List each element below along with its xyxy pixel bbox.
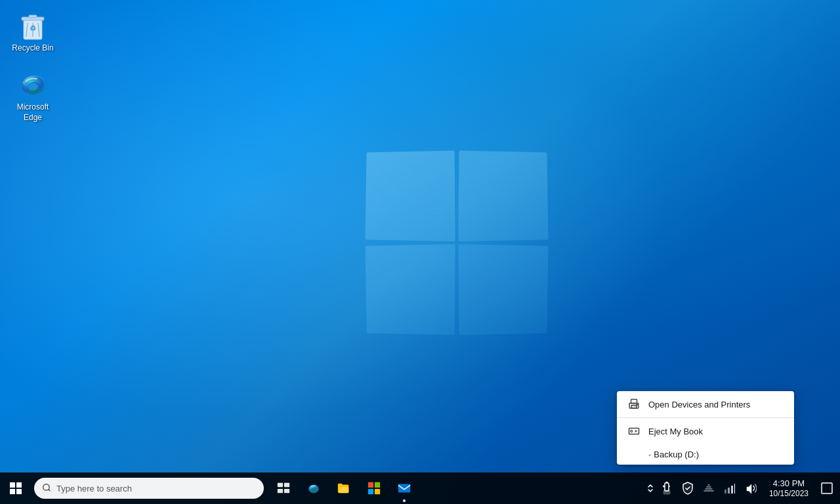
svg-rect-2	[29, 15, 37, 18]
system-tray: 4:30 PM 10/15/2023	[644, 472, 840, 504]
svg-rect-36	[724, 490, 726, 494]
eject-mybook-label: Eject My Book	[648, 427, 703, 436]
svg-rect-11	[631, 406, 637, 409]
svg-rect-39	[734, 484, 735, 494]
tray-expand-button[interactable]	[644, 472, 656, 504]
tray-security-icon[interactable]	[677, 472, 698, 504]
taskbar-mail-button[interactable]	[390, 472, 419, 504]
clock-time: 4:30 PM	[773, 478, 805, 489]
taskbar-edge-button[interactable]	[299, 472, 328, 504]
start-button[interactable]	[0, 472, 32, 504]
svg-rect-10	[631, 400, 637, 404]
svg-rect-27	[375, 489, 380, 494]
printer-icon	[627, 398, 640, 411]
device-popup: Open Devices and Printers Eject My Book …	[617, 391, 794, 465]
search-bar[interactable]: Type here to search	[34, 478, 264, 499]
clock-area[interactable]: 4:30 PM 10/15/2023	[761, 472, 816, 504]
taskbar-icons	[269, 472, 419, 504]
ms-edge-icon[interactable]: Microsoft Edge	[7, 66, 59, 125]
svg-rect-28	[398, 484, 410, 493]
svg-point-16	[43, 484, 49, 490]
svg-rect-14	[635, 430, 637, 432]
mail-active-indicator	[403, 499, 406, 502]
tray-network-icon[interactable]	[719, 472, 740, 504]
svg-rect-40	[822, 483, 832, 494]
svg-rect-18	[284, 483, 289, 487]
svg-rect-23	[339, 487, 349, 493]
svg-rect-17	[278, 483, 283, 487]
desktop: ♻ Recycle Bin	[0, 0, 840, 504]
svg-rect-24	[368, 482, 373, 488]
svg-rect-32	[665, 482, 667, 483]
ms-edge-label: Microsoft Edge	[9, 102, 56, 123]
drive-icon	[627, 425, 640, 438]
notification-button[interactable]	[816, 472, 837, 504]
search-icon	[42, 483, 51, 494]
eject-mybook-item[interactable]: Eject My Book	[617, 418, 794, 444]
tray-mute-icon[interactable]	[698, 472, 719, 504]
svg-rect-38	[731, 486, 733, 494]
task-view-button[interactable]	[269, 472, 298, 504]
svg-rect-19	[278, 489, 283, 493]
svg-point-9	[28, 83, 38, 91]
backup-d-item[interactable]: Backup (D:)	[617, 444, 794, 465]
svg-point-12	[637, 404, 638, 406]
backup-d-label: Backup (D:)	[654, 450, 699, 459]
svg-rect-30	[663, 490, 670, 494]
ms-edge-image	[17, 68, 49, 100]
search-placeholder: Type here to search	[56, 484, 256, 494]
tray-volume-icon[interactable]	[740, 472, 761, 504]
svg-text:♻: ♻	[30, 24, 36, 32]
open-devices-label: Open Devices and Printers	[648, 400, 750, 410]
taskbar-ms-store-button[interactable]	[360, 472, 388, 504]
svg-rect-29	[665, 483, 669, 491]
recycle-bin-label: Recycle Bin	[12, 43, 53, 54]
svg-rect-26	[368, 489, 373, 494]
svg-point-15	[631, 430, 633, 432]
taskbar-file-explorer-button[interactable]	[329, 472, 358, 504]
svg-rect-20	[284, 489, 289, 493]
recycle-bin-image: ♻	[17, 9, 49, 41]
open-devices-item[interactable]: Open Devices and Printers	[617, 391, 794, 417]
svg-point-22	[311, 488, 318, 493]
clock-date: 10/15/2023	[769, 489, 808, 498]
svg-rect-25	[375, 482, 380, 488]
tray-usb-icon[interactable]	[656, 472, 677, 504]
svg-rect-37	[728, 488, 730, 494]
taskbar: Type here to search	[0, 472, 840, 504]
windows-logo-background	[365, 151, 549, 335]
start-logo	[10, 482, 22, 494]
recycle-bin-icon[interactable]: ♻ Recycle Bin	[7, 7, 59, 56]
